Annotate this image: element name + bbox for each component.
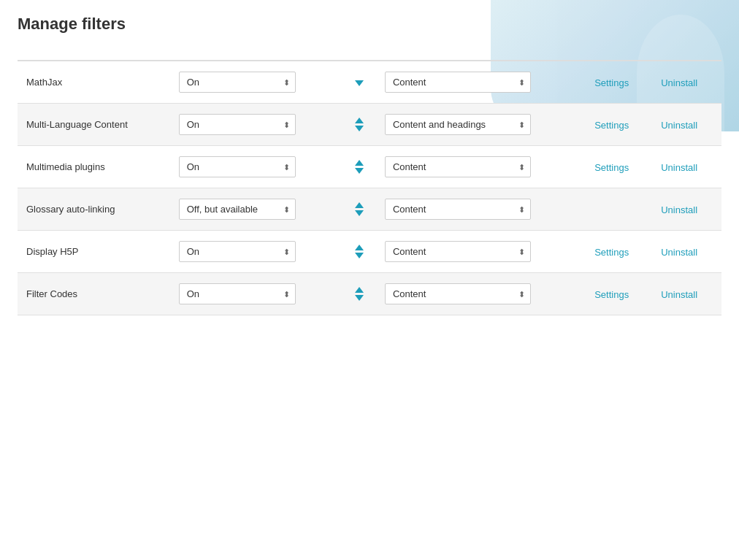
order-down-button-multilanguage[interactable]: [355, 126, 364, 131]
settings-link-filtercodes[interactable]: Settings: [594, 289, 629, 300]
uninstall-cell-displayh5p: Uninstall: [652, 231, 721, 273]
settings-link-multimedia[interactable]: Settings: [594, 162, 629, 173]
col-header-active: [170, 48, 342, 61]
order-down-button-glossary[interactable]: [355, 210, 364, 216]
apply-select-filtercodes[interactable]: ContentContent and headings: [385, 283, 531, 304]
settings-link-mathjax[interactable]: Settings: [594, 77, 629, 88]
table-row: Glossary auto-linkingOnOffOff, but avail…: [18, 188, 721, 231]
order-cell-filtercodes: [342, 273, 376, 315]
active-select-multimedia[interactable]: OnOffOff, but available: [179, 156, 296, 177]
uninstall-cell-multilanguage: Uninstall: [652, 104, 721, 146]
filter-name-filtercodes: Filter Codes: [18, 273, 170, 315]
apply-cell-multimedia: ContentContent and headings⬍: [376, 146, 586, 188]
order-up-button-filtercodes[interactable]: [355, 287, 364, 293]
col-header-settings: [586, 48, 652, 61]
active-select-multilanguage[interactable]: OnOffOff, but available: [179, 114, 296, 135]
active-select-mathjax[interactable]: OnOffOff, but available: [179, 72, 296, 93]
active-select-glossary[interactable]: OnOffOff, but available: [179, 199, 296, 220]
active-select-filtercodes[interactable]: OnOffOff, but available: [179, 283, 296, 304]
page-wrapper: Manage filters MathJaxOnOffOff, but avai…: [0, 0, 739, 560]
settings-cell-mathjax: Settings: [586, 61, 652, 104]
apply-select-multilanguage[interactable]: ContentContent and headings: [385, 114, 531, 135]
settings-link-multilanguage[interactable]: Settings: [594, 120, 629, 131]
order-up-button-glossary[interactable]: [355, 202, 364, 208]
order-cell-glossary: [342, 188, 376, 231]
filter-name-glossary: Glossary auto-linking: [18, 188, 170, 231]
filter-name-multimedia: Multimedia plugins: [18, 146, 170, 188]
uninstall-cell-glossary: Uninstall: [652, 188, 721, 231]
active-cell-multilanguage: OnOffOff, but available⬍: [170, 104, 342, 146]
order-cell-multilanguage: [342, 104, 376, 146]
apply-select-displayh5p[interactable]: ContentContent and headings: [385, 241, 531, 262]
active-cell-displayh5p: OnOffOff, but available⬍: [170, 231, 342, 273]
order-cell-multimedia: [342, 146, 376, 188]
apply-cell-glossary: ContentContent and headings⬍: [376, 188, 586, 231]
apply-cell-displayh5p: ContentContent and headings⬍: [376, 231, 586, 273]
order-up-button-displayh5p[interactable]: [355, 245, 364, 250]
active-select-displayh5p[interactable]: OnOffOff, but available: [179, 241, 296, 262]
col-header-uninstall: [652, 48, 721, 61]
apply-select-multimedia[interactable]: ContentContent and headings: [385, 156, 531, 177]
filter-name-multilanguage: Multi-Language Content: [18, 104, 170, 146]
filter-name-mathjax: MathJax: [18, 61, 170, 104]
order-down-button-displayh5p[interactable]: [355, 253, 364, 258]
order-down-button-mathjax[interactable]: [355, 80, 364, 86]
uninstall-link-mathjax[interactable]: Uninstall: [661, 77, 697, 88]
settings-cell-glossary: [586, 188, 652, 231]
order-up-button-multilanguage[interactable]: [355, 118, 364, 123]
table-row: Display H5POnOffOff, but available⬍Conte…: [18, 231, 721, 273]
uninstall-cell-filtercodes: Uninstall: [652, 273, 721, 315]
col-header-order: [342, 48, 376, 61]
uninstall-link-filtercodes[interactable]: Uninstall: [661, 289, 697, 300]
page-title: Manage filters: [18, 15, 721, 34]
order-cell-displayh5p: [342, 231, 376, 273]
table-row: Multi-Language ContentOnOffOff, but avai…: [18, 104, 721, 146]
apply-select-mathjax[interactable]: ContentContent and headings: [385, 72, 531, 93]
uninstall-link-multilanguage[interactable]: Uninstall: [661, 120, 697, 131]
apply-cell-multilanguage: ContentContent and headings⬍: [376, 104, 586, 146]
table-row: Filter CodesOnOffOff, but available⬍Cont…: [18, 273, 721, 315]
apply-cell-mathjax: ContentContent and headings⬍: [376, 61, 586, 104]
order-cell-mathjax: [342, 61, 376, 104]
active-cell-mathjax: OnOffOff, but available⬍: [170, 61, 342, 104]
settings-cell-filtercodes: Settings: [586, 273, 652, 315]
settings-cell-multimedia: Settings: [586, 146, 652, 188]
settings-cell-multilanguage: Settings: [586, 104, 652, 146]
order-down-button-multimedia[interactable]: [355, 168, 364, 174]
apply-select-glossary[interactable]: ContentContent and headings: [385, 199, 531, 220]
active-cell-filtercodes: OnOffOff, but available⬍: [170, 273, 342, 315]
uninstall-link-multimedia[interactable]: Uninstall: [661, 162, 697, 173]
settings-cell-displayh5p: Settings: [586, 231, 652, 273]
order-down-button-filtercodes[interactable]: [355, 295, 364, 301]
uninstall-cell-multimedia: Uninstall: [652, 146, 721, 188]
uninstall-link-displayh5p[interactable]: Uninstall: [661, 247, 697, 258]
order-up-button-multimedia[interactable]: [355, 160, 364, 166]
active-cell-glossary: OnOffOff, but available⬍: [170, 188, 342, 231]
uninstall-link-glossary[interactable]: Uninstall: [661, 204, 697, 215]
settings-link-displayh5p[interactable]: Settings: [594, 247, 629, 258]
filters-table: MathJaxOnOffOff, but available⬍ContentCo…: [18, 48, 721, 315]
apply-cell-filtercodes: ContentContent and headings⬍: [376, 273, 586, 315]
table-row: MathJaxOnOffOff, but available⬍ContentCo…: [18, 61, 721, 104]
table-row: Multimedia pluginsOnOffOff, but availabl…: [18, 146, 721, 188]
active-cell-multimedia: OnOffOff, but available⬍: [170, 146, 342, 188]
col-header-apply: [376, 48, 586, 61]
uninstall-cell-mathjax: Uninstall: [652, 61, 721, 104]
col-header-filter: [18, 48, 170, 61]
filter-name-displayh5p: Display H5P: [18, 231, 170, 273]
